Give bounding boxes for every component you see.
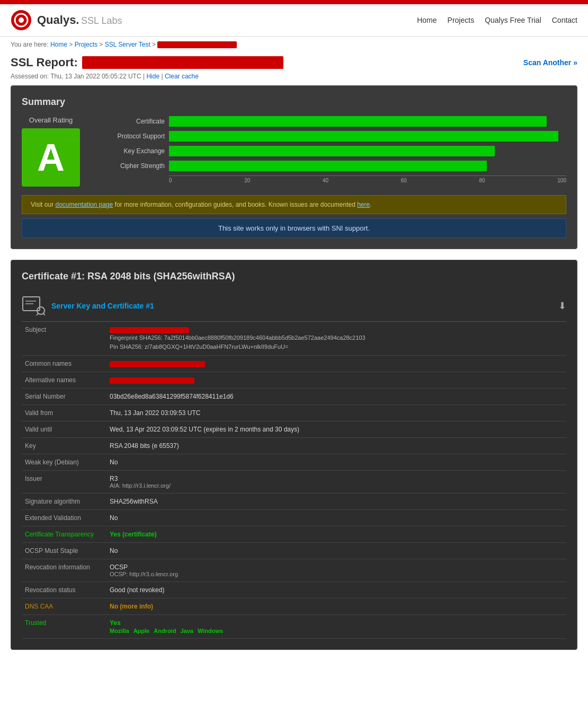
axis-60: 60 [401,178,407,183]
platform-apple: Apple [133,628,150,634]
field-value-valid-from: Thu, 13 Jan 2022 03:09:53 UTC [106,405,566,421]
field-value-dns-caa: No (more info) [106,598,566,615]
title-redacted [82,56,283,69]
header: Qualys. SSL Labs Home Projects Qualys Fr… [0,4,588,37]
chart-row-certificate: Certificate [101,116,566,127]
field-value-extended-validation: No [106,510,566,526]
table-row-revocation-status: Revocation status Good (not revoked) [22,582,566,598]
page-title-area: SSL Report: Scan Another » [0,52,588,72]
common-names-redacted [110,361,205,367]
field-label-issuer: Issuer [22,471,106,494]
clear-cache-link[interactable]: Clear cache [165,73,199,80]
field-label-key: Key [22,438,106,454]
top-bar [0,0,588,4]
info-banner-blue: This site works only in browsers with SN… [22,218,566,238]
chart-label-key-exchange: Key Exchange [101,147,165,155]
chart-bar-container-cipher [169,161,566,171]
platform-windows: Windows [198,628,223,634]
axis-80: 80 [479,178,485,183]
chart-bar-cipher [169,161,487,171]
table-row-cert-transparency: Certificate Transparency Yes (certificat… [22,526,566,543]
overall-rating: Overall Rating A [22,116,80,187]
field-label-valid-from: Valid from [22,405,106,421]
chart-row-protocol: Protocol Support [101,131,566,142]
main-content: Summary Overall Rating A Certificate [0,85,588,671]
field-label-extended-validation: Extended Validation [22,510,106,526]
chart-row-key-exchange: Key Exchange [101,146,566,156]
breadcrumb-projects[interactable]: Projects [75,41,97,48]
field-value-valid-until: Wed, 13 Apr 2022 03:09:52 UTC (expires i… [106,421,566,438]
revocation-type: OCSP [110,564,563,571]
nav-projects[interactable]: Projects [448,16,475,24]
table-row-revocation-info: Revocation information OCSP OCSP: http:/… [22,559,566,582]
axis-40: 40 [323,178,328,183]
table-row-common-names: Common names [22,356,566,372]
ssl-report-prefix: SSL Report: [11,56,78,69]
breadcrumb-home[interactable]: Home [50,41,67,48]
table-row-dns-caa: DNS CAA No (more info) [22,598,566,615]
table-row-valid-until: Valid until Wed, 13 Apr 2022 03:09:52 UT… [22,421,566,438]
axis-0: 0 [169,178,172,183]
field-label-cert-transparency: Certificate Transparency [22,526,106,543]
table-row-alt-names: Alternative names [22,372,566,389]
fingerprint-sha256: Fingerprint SHA256: 7a2f5014bb0aec8880f5… [110,333,563,342]
table-row-subject: Subject Fingerprint SHA256: 7a2f5014bb0a… [22,322,566,356]
field-value-weak-key: No [106,454,566,471]
field-value-subject: Fingerprint SHA256: 7a2f5014bb0aec8880f5… [106,322,566,356]
svg-line-8 [43,313,45,315]
chart-bar-protocol [169,131,558,142]
assessed-date: Thu, 13 Jan 2022 05:05:22 UTC [50,73,141,80]
field-value-cert-transparency: Yes (certificate) [106,526,566,543]
field-value-issuer: R3 AIA: http://r3.i.lencr.org/ [106,471,566,494]
platform-android: Android [154,628,176,634]
field-value-trusted: Yes Mozilla Apple Android Java Windows [106,615,566,639]
download-icon[interactable]: ⬇ [558,300,566,312]
scan-another-link[interactable]: Scan Another » [523,58,577,67]
grade-letter: A [37,138,65,177]
server-key-left: Server Key and Certificate #1 [22,296,154,316]
table-row-issuer: Issuer R3 AIA: http://r3.i.lencr.org/ [22,471,566,494]
platform-java: Java [180,628,193,634]
table-row-trusted: Trusted Yes Mozilla Apple Android Java W… [22,615,566,639]
axis-20: 20 [244,178,250,183]
svg-line-7 [37,313,38,315]
dns-caa-more-info-link[interactable]: more info [122,603,151,610]
table-row-serial: Serial Number 03bd26e8ed8a63841299f5874f… [22,389,566,405]
server-key-title: Server Key and Certificate #1 [51,302,154,310]
breadcrumb-prefix: You are here: [11,41,50,48]
assessed-label: Assessed on: [11,73,50,80]
table-row-ocsp-staple: OCSP Must Staple No [22,543,566,559]
field-label-alt-names: Alternative names [22,372,106,389]
breadcrumb: You are here: Home > Projects > SSL Serv… [0,37,588,52]
main-nav: Home Projects Qualys Free Trial Contact [417,16,577,24]
summary-title: Summary [22,96,566,108]
svg-point-2 [19,17,24,23]
field-label-revocation-status: Revocation status [22,582,106,598]
nav-free-trial[interactable]: Qualys Free Trial [485,16,541,24]
table-row-valid-from: Valid from Thu, 13 Jan 2022 03:09:53 UTC [22,405,566,421]
field-label-serial: Serial Number [22,389,106,405]
overall-rating-label: Overall Rating [22,116,80,124]
breadcrumb-redacted [157,41,237,48]
details-table: Subject Fingerprint SHA256: 7a2f5014bb0a… [22,322,566,639]
logo-area: Qualys. SSL Labs [11,10,122,31]
here-link[interactable]: here [357,201,370,208]
chart-row-cipher: Cipher Strength [101,161,566,171]
breadcrumb-ssl-server-test[interactable]: SSL Server Test [105,41,150,48]
documentation-link[interactable]: documentation page [55,201,113,208]
pin-sha256: Pin SHA256: z/7ab8QGXQ+1HtV2uD0aaHFN7rur… [110,342,563,351]
issuer-name: R3 [110,475,563,482]
field-label-common-names: Common names [22,356,106,372]
nav-contact[interactable]: Contact [552,16,577,24]
field-label-ocsp-staple: OCSP Must Staple [22,543,106,559]
issuer-aia: AIA: http://r3.i.lencr.org/ [110,482,563,489]
chart-bar-container-protocol [169,131,566,142]
nav-home[interactable]: Home [417,16,436,24]
logo-text: Qualys. SSL Labs [37,13,122,27]
hide-link[interactable]: Hide [146,73,159,80]
field-label-trusted: Trusted [22,615,106,639]
qualys-logo-icon [11,10,32,31]
server-key-header: Server Key and Certificate #1 ⬇ [22,291,566,322]
table-row-extended-validation: Extended Validation No [22,510,566,526]
field-value-revocation-status: Good (not revoked) [106,582,566,598]
